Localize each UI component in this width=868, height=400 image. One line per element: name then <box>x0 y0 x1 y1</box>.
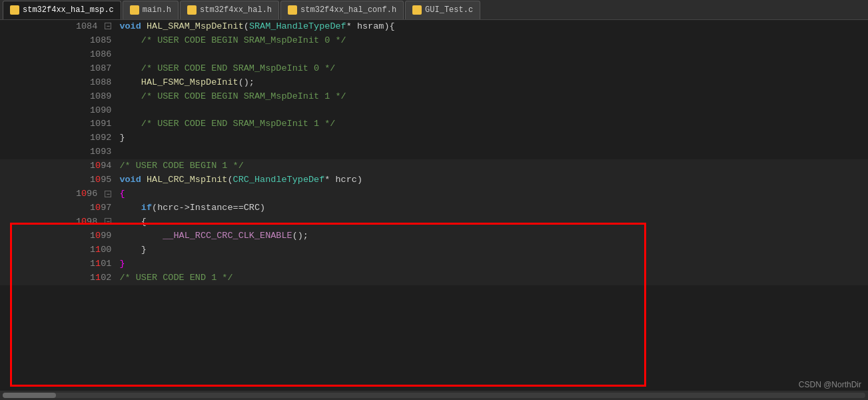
tab-label: stm32f4xx_hal_conf.h <box>300 5 396 15</box>
table-row: 1088 HAL_FSMC_MspDeInit(); <box>0 76 868 90</box>
file-icon <box>412 5 422 15</box>
table-row: 1095 void HAL_CRC_MspInit(CRC_HandleType… <box>0 173 868 187</box>
code-line: __HAL_RCC_CRC_CLK_ENABLE(); <box>117 229 868 243</box>
table-row: 1093 <box>0 145 868 159</box>
line-number: 1092 <box>0 131 117 145</box>
watermark: CSDN @NorthDir <box>799 380 861 389</box>
tab-label: stm32f4xx_hal_msp.c <box>23 5 114 15</box>
tab-bar: stm32f4xx_hal_msp.c main.h stm32f4xx_hal… <box>0 0 868 20</box>
table-row: 1100 } <box>0 243 868 257</box>
code-table: 1084 − void HAL_SRAM_MspDeInit(SRAM_Hand… <box>0 20 868 285</box>
tab-label: stm32f4xx_hal.h <box>200 5 272 15</box>
code-line: /* USER CODE BEGIN 1 */ <box>117 159 868 173</box>
line-number: 1102 <box>0 271 117 285</box>
line-number: 1089 <box>0 90 117 104</box>
line-number: 1090 <box>0 104 117 118</box>
line-number: 1095 <box>0 173 117 187</box>
line-number: 1097 <box>0 201 117 215</box>
table-row: 1097 if(hcrc->Instance==CRC) <box>0 201 868 215</box>
line-number: 1099 <box>0 229 117 243</box>
line-number: 1086 <box>0 48 117 62</box>
scrollbar-track <box>3 393 865 398</box>
line-number: 1085 <box>0 34 117 48</box>
tab-stm32f4xx-hal-conf[interactable]: stm32f4xx_hal_conf.h <box>280 1 404 19</box>
code-line: } <box>117 243 868 257</box>
code-line <box>117 104 868 118</box>
code-line: HAL_FSMC_MspDeInit(); <box>117 76 868 90</box>
table-row: 1090 <box>0 104 868 118</box>
line-number: 1088 <box>0 76 117 90</box>
table-row: 1089 /* USER CODE BEGIN SRAM_MspDeInit 1… <box>0 90 868 104</box>
table-row: 1102 /* USER CODE END 1 */ <box>0 271 868 285</box>
fold-icon[interactable]: − <box>105 191 111 197</box>
fold-icon[interactable]: − <box>105 23 111 29</box>
code-line: { <box>117 215 868 229</box>
tab-stm32f4xx-hal[interactable]: stm32f4xx_hal.h <box>180 1 279 19</box>
tab-main-h[interactable]: main.h <box>123 1 179 19</box>
code-line: /* USER CODE END SRAM_MspDeInit 1 */ <box>117 117 868 131</box>
table-row: 1086 <box>0 48 868 62</box>
table-row: 1084 − void HAL_SRAM_MspDeInit(SRAM_Hand… <box>0 20 868 34</box>
file-icon <box>130 5 139 15</box>
code-line: /* USER CODE BEGIN SRAM_MspDeInit 0 */ <box>117 34 868 48</box>
file-icon <box>187 5 197 15</box>
tab-label: GUI_Test.c <box>425 5 473 15</box>
code-line: void HAL_CRC_MspInit(CRC_HandleTypeDef* … <box>117 173 868 187</box>
table-row: 1094 /* USER CODE BEGIN 1 */ <box>0 159 868 173</box>
table-row: 1098 − { <box>0 215 868 229</box>
tab-gui-test[interactable]: GUI_Test.c <box>405 1 480 19</box>
table-row: 1087 /* USER CODE END SRAM_MspDeInit 0 *… <box>0 62 868 76</box>
line-number: 1087 <box>0 62 117 76</box>
code-editor[interactable]: 1084 − void HAL_SRAM_MspDeInit(SRAM_Hand… <box>0 20 868 400</box>
line-number: 1091 <box>0 117 117 131</box>
table-row: 1085 /* USER CODE BEGIN SRAM_MspDeInit 0… <box>0 34 868 48</box>
code-line: /* USER CODE END SRAM_MspDeInit 0 */ <box>117 62 868 76</box>
code-line <box>117 48 868 62</box>
code-line: /* USER CODE END 1 */ <box>117 271 868 285</box>
tab-stm32f4xx-hal-msp[interactable]: stm32f4xx_hal_msp.c <box>3 1 121 19</box>
line-number: 1096 − <box>0 187 117 201</box>
scrollbar-thumb[interactable] <box>3 393 56 398</box>
line-number: 1100 <box>0 243 117 257</box>
line-number: 1094 <box>0 159 117 173</box>
table-row: 1099 __HAL_RCC_CRC_CLK_ENABLE(); <box>0 229 868 243</box>
table-row: 1101 } <box>0 257 868 271</box>
code-line: } <box>117 131 868 145</box>
line-number: 1093 <box>0 145 117 159</box>
code-line: } <box>117 257 868 271</box>
editor-container: stm32f4xx_hal_msp.c main.h stm32f4xx_hal… <box>0 0 868 400</box>
code-line: /* USER CODE BEGIN SRAM_MspDeInit 1 */ <box>117 90 868 104</box>
file-icon <box>288 5 297 15</box>
line-number: 1101 <box>0 257 117 271</box>
horizontal-scrollbar[interactable] <box>0 391 868 400</box>
fold-icon[interactable]: − <box>105 218 111 225</box>
line-number: 1084 − <box>0 20 117 34</box>
line-number: 1098 − <box>0 215 117 229</box>
code-line: if(hcrc->Instance==CRC) <box>117 201 868 215</box>
tab-label: main.h <box>143 5 171 15</box>
table-row: 1096 − { <box>0 187 868 201</box>
code-line: void HAL_SRAM_MspDeInit(SRAM_HandleTypeD… <box>117 20 868 34</box>
code-line: { <box>117 187 868 201</box>
code-line <box>117 145 868 159</box>
table-row: 1092 } <box>0 131 868 145</box>
table-row: 1091 /* USER CODE END SRAM_MspDeInit 1 *… <box>0 117 868 131</box>
file-icon <box>10 5 19 15</box>
